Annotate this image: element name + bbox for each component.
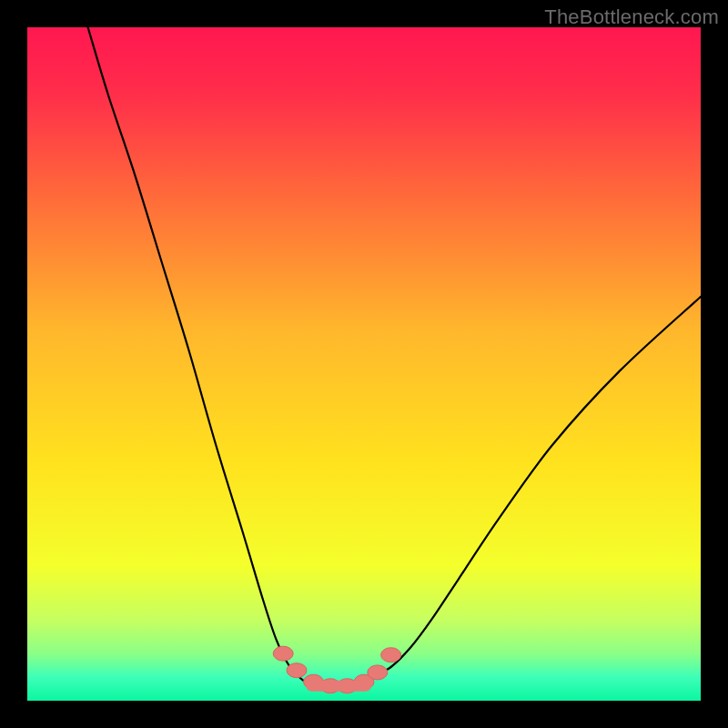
trough-marker — [287, 663, 307, 678]
plot-area — [27, 27, 701, 701]
trough-marker — [381, 648, 401, 662]
trough-marker — [273, 646, 293, 661]
trough-bar — [307, 681, 372, 692]
trough-marker — [368, 665, 388, 680]
chart-outer-frame: TheBottleneck.com — [0, 0, 728, 728]
chart-svg — [27, 27, 701, 701]
watermark-text: TheBottleneck.com — [544, 5, 719, 29]
gradient-background — [27, 27, 701, 701]
